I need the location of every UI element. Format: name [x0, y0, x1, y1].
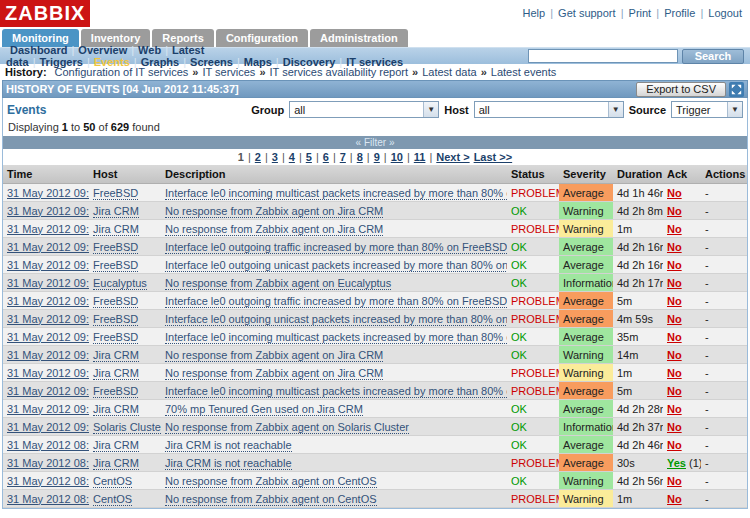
host-link[interactable]: Jira CRM [93, 349, 139, 362]
page-link-5[interactable]: 5 [306, 151, 312, 163]
event-time-link[interactable]: 31 May 2012 09:36:24 [7, 223, 89, 235]
ack-link[interactable]: No [667, 313, 682, 325]
event-time-link[interactable]: 31 May 2012 09:19:15 [7, 385, 89, 397]
page-link-3[interactable]: 3 [272, 151, 278, 163]
event-time-link[interactable]: 31 May 2012 09:24:22 [7, 313, 89, 325]
ack-link[interactable]: No [667, 277, 682, 289]
event-time-link[interactable]: 31 May 2012 09:29:22 [7, 241, 89, 253]
user-link-logout[interactable]: Logout [708, 7, 742, 19]
event-time-link[interactable]: 31 May 2012 08:49:31 [7, 475, 89, 487]
event-description-link[interactable]: No response from Zabbix agent on Jira CR… [165, 205, 383, 218]
event-description-link[interactable]: 70% mp Tenured Gen used on Jira CRM [165, 403, 363, 416]
event-time-link[interactable]: 31 May 2012 09:28:21 [7, 277, 89, 289]
event-time-link[interactable]: 31 May 2012 09:37:24 [7, 205, 89, 217]
breadcrumb-link-latest-events[interactable]: Latest events [491, 66, 556, 78]
event-description-link[interactable]: No response from Zabbix agent on Jira CR… [165, 349, 383, 362]
page-link-2[interactable]: 2 [255, 151, 261, 163]
host-link[interactable]: FreeBSD [93, 385, 138, 398]
page-link-11[interactable]: 11 [414, 151, 426, 163]
event-time-link[interactable]: 31 May 2012 08:58:30 [7, 457, 89, 469]
user-link-get-support[interactable]: Get support [558, 7, 615, 19]
event-description-link[interactable]: Jira CRM is not reachable [165, 439, 292, 452]
host-link[interactable]: FreeBSD [93, 187, 138, 200]
ack-link[interactable]: No [667, 385, 682, 397]
host-link[interactable]: Jira CRM [93, 205, 139, 218]
source-select[interactable]: Trigger▼ [671, 101, 743, 118]
event-description-link[interactable]: Interface le0 incoming multicast packets… [165, 385, 507, 398]
last-page-link[interactable]: Last >> [474, 151, 513, 163]
event-time-link[interactable]: 31 May 2012 09:17:25 [7, 403, 89, 415]
user-link-help[interactable]: Help [522, 7, 545, 19]
page-link-6[interactable]: 6 [323, 151, 329, 163]
group-select[interactable]: all▼ [289, 101, 439, 118]
sub-nav-item-overview[interactable]: Overview [78, 44, 127, 56]
host-link[interactable]: Jira CRM [93, 439, 139, 452]
event-time-link[interactable]: 31 May 2012 08:48:31 [7, 493, 89, 505]
ack-link[interactable]: No [667, 187, 682, 199]
event-description-link[interactable]: Interface le0 outgoing unicast packets i… [165, 313, 507, 326]
ack-link[interactable]: No [667, 295, 682, 307]
ack-link[interactable]: No [667, 205, 682, 217]
search-input[interactable] [528, 49, 678, 63]
event-description-link[interactable]: No response from Zabbix agent on Jira CR… [165, 223, 383, 236]
event-time-link[interactable]: 31 May 2012 08:59:00 [7, 439, 89, 451]
host-link[interactable]: FreeBSD [93, 295, 138, 308]
host-select[interactable]: all▼ [474, 101, 624, 118]
ack-link[interactable]: No [667, 259, 682, 271]
breadcrumb-link-it-services[interactable]: IT services [202, 66, 255, 78]
host-link[interactable]: Jira CRM [93, 223, 139, 236]
host-link[interactable]: FreeBSD [93, 331, 138, 344]
host-link[interactable]: FreeBSD [93, 313, 138, 326]
sub-nav-item-dashboard[interactable]: Dashboard [10, 44, 67, 56]
column-header-description[interactable]: Description [161, 165, 507, 184]
breadcrumb-link-latest-data[interactable]: Latest data [422, 66, 476, 78]
event-time-link[interactable]: 31 May 2012 09:22:24 [7, 349, 89, 361]
column-header-time[interactable]: Time [3, 165, 89, 184]
ack-link[interactable]: Yes [667, 457, 686, 469]
ack-link[interactable]: No [667, 241, 682, 253]
ack-link[interactable]: No [667, 493, 682, 505]
filter-toggle-bar[interactable]: « Filter » [3, 136, 747, 149]
user-link-print[interactable]: Print [629, 7, 652, 19]
ack-link[interactable]: No [667, 331, 682, 343]
column-header-host[interactable]: Host [89, 165, 161, 184]
host-link[interactable]: Jira CRM [93, 403, 139, 416]
event-description-link[interactable]: No response from Zabbix agent on Solaris… [165, 421, 409, 434]
event-time-link[interactable]: 31 May 2012 09:21:24 [7, 367, 89, 379]
ack-link[interactable]: No [667, 475, 682, 487]
column-header-duration[interactable]: Duration [613, 165, 663, 184]
page-link-8[interactable]: 8 [357, 151, 363, 163]
host-link[interactable]: Eucalyptus [93, 277, 147, 290]
page-link-4[interactable]: 4 [289, 151, 295, 163]
breadcrumb-link-it-services-availability-report[interactable]: IT services availability report [270, 66, 409, 78]
breadcrumb-link-configuration-of-it-services[interactable]: Configuration of IT services [55, 66, 189, 78]
event-description-link[interactable]: No response from Zabbix agent on Eucalyp… [165, 277, 391, 290]
event-time-link[interactable]: 31 May 2012 09:59:15 [7, 187, 89, 199]
event-description-link[interactable]: No response from Zabbix agent on Jira CR… [165, 367, 383, 380]
host-link[interactable]: Jira CRM [93, 457, 139, 470]
page-link-10[interactable]: 10 [391, 151, 403, 163]
event-time-link[interactable]: 31 May 2012 09:24:22 [7, 295, 89, 307]
event-description-link[interactable]: Interface le0 outgoing traffic increased… [165, 295, 507, 308]
next-page-link[interactable]: Next > [436, 151, 469, 163]
event-description-link[interactable]: Interface le0 outgoing traffic increased… [165, 241, 507, 254]
event-description-link[interactable]: No response from Zabbix agent on CentOS [165, 493, 377, 506]
host-link[interactable]: CentOS [93, 493, 132, 506]
host-link[interactable]: FreeBSD [93, 259, 138, 272]
host-link[interactable]: CentOS [93, 475, 132, 488]
ack-link[interactable]: No [667, 439, 682, 451]
ack-link[interactable]: No [667, 349, 682, 361]
ack-link[interactable]: No [667, 403, 682, 415]
column-header-status[interactable]: Status [507, 165, 559, 184]
export-csv-button[interactable]: Export to CSV [636, 82, 726, 97]
column-header-actions[interactable]: Actions [701, 165, 747, 184]
host-link[interactable]: Solaris Cluster [93, 421, 161, 434]
event-time-link[interactable]: 31 May 2012 09:08:09 [7, 421, 89, 433]
column-header-severity[interactable]: Severity [559, 165, 613, 184]
event-description-link[interactable]: Jira CRM is not reachable [165, 457, 292, 470]
column-header-ack[interactable]: Ack [663, 165, 701, 184]
event-description-link[interactable]: Interface le0 incoming multicast packets… [165, 331, 507, 344]
host-link[interactable]: FreeBSD [93, 241, 138, 254]
ack-link[interactable]: No [667, 367, 682, 379]
search-button[interactable]: Search [682, 49, 744, 64]
